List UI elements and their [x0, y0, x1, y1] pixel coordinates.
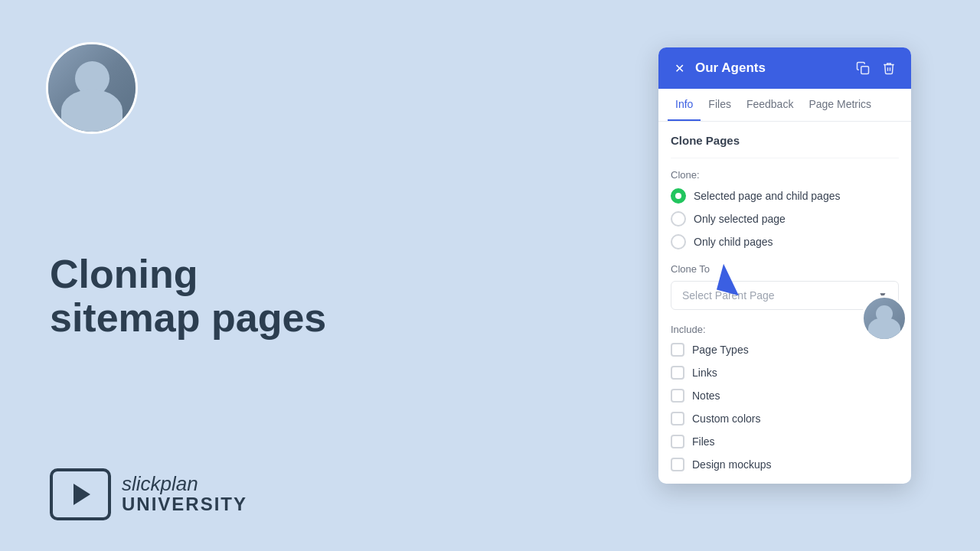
page-heading: Cloning sitemap pages — [50, 253, 326, 340]
checkbox-item-notes[interactable]: Notes — [671, 389, 899, 403]
section-divider — [671, 158, 899, 158]
logo-icon — [50, 468, 111, 520]
checkbox-item-files[interactable]: Files — [671, 435, 899, 448]
trash-icon-button[interactable] — [879, 58, 899, 78]
checkbox-files — [671, 435, 684, 448]
tab-page-metrics[interactable]: Page Metrics — [801, 89, 879, 121]
avatar — [46, 42, 138, 134]
radio-label-selected-and-child: Selected page and child pages — [694, 190, 840, 202]
avatar-image — [48, 44, 136, 132]
clone-radio-group: Selected page and child pages Only selec… — [671, 188, 899, 249]
dialog-title: Our Agents — [695, 60, 766, 76]
svg-rect-0 — [861, 67, 869, 74]
checkbox-label-notes: Notes — [692, 390, 720, 402]
heading-line1: Cloning — [50, 253, 326, 296]
tab-files[interactable]: Files — [701, 89, 739, 121]
dialog-header-actions — [853, 58, 899, 78]
radio-label-only-selected: Only selected page — [694, 213, 786, 225]
logo-university: UNIVERSITY — [122, 494, 247, 516]
radio-item-only-selected[interactable]: Only selected page — [671, 211, 899, 227]
logo-section: slickplan UNIVERSITY — [50, 468, 247, 520]
radio-circle-only-selected — [671, 211, 686, 227]
checkbox-custom-colors — [671, 412, 684, 425]
small-avatar — [861, 295, 907, 341]
checkbox-label-page-types: Page Types — [692, 344, 749, 356]
checkbox-item-custom-colors[interactable]: Custom colors — [671, 412, 899, 425]
logo-name: slickplan — [122, 474, 247, 494]
section-title: Clone Pages — [671, 134, 899, 147]
heading-line2: sitemap pages — [50, 296, 326, 340]
checkbox-page-types — [671, 343, 684, 357]
checkbox-links — [671, 366, 684, 380]
checkbox-label-custom-colors: Custom colors — [692, 412, 760, 425]
dialog-close-button[interactable]: ✕ — [671, 60, 688, 77]
tab-feedback[interactable]: Feedback — [739, 89, 801, 121]
checkbox-label-files: Files — [692, 435, 715, 448]
dialog-header-left: ✕ Our Agents — [671, 60, 766, 77]
checkbox-item-links[interactable]: Links — [671, 366, 899, 380]
checkbox-design-mockups — [671, 458, 684, 471]
radio-item-selected-and-child[interactable]: Selected page and child pages — [671, 188, 899, 204]
radio-circle-selected-and-child — [671, 188, 686, 204]
checkbox-item-design-mockups[interactable]: Design mockups — [671, 458, 899, 471]
checkbox-notes — [671, 389, 684, 403]
logo-text: slickplan UNIVERSITY — [122, 474, 247, 516]
radio-label-only-child: Only child pages — [694, 236, 773, 248]
dialog-tabs: Info Files Feedback Page Metrics — [658, 89, 911, 122]
checkbox-label-design-mockups: Design mockups — [692, 458, 772, 471]
clone-label: Clone: — [671, 169, 899, 181]
radio-item-only-child[interactable]: Only child pages — [671, 234, 899, 249]
radio-circle-only-child — [671, 234, 686, 249]
clone-to-label: Clone To — [671, 263, 899, 275]
dialog-header: ✕ Our Agents — [658, 47, 911, 89]
copy-icon-button[interactable] — [853, 58, 873, 78]
include-checkbox-group: Page Types Links Notes Custom colors Fil… — [671, 343, 899, 471]
checkbox-label-links: Links — [692, 367, 717, 379]
tab-info[interactable]: Info — [668, 89, 701, 121]
dialog-panel: ✕ Our Agents Info Files Fee — [658, 47, 911, 484]
left-section: Cloning sitemap pages slickplan UNIVERSI… — [0, 0, 567, 551]
checkbox-item-page-types[interactable]: Page Types — [671, 343, 899, 357]
